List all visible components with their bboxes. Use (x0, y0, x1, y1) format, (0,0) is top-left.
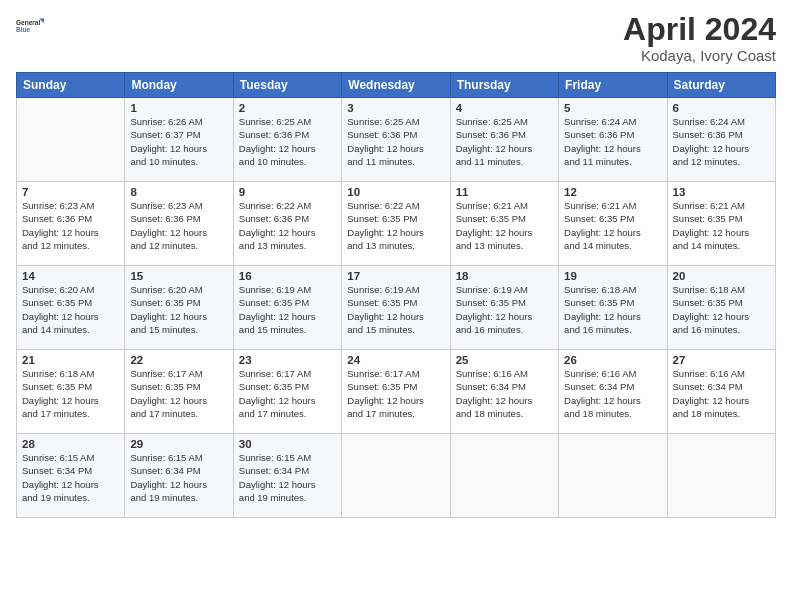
day-info: Sunrise: 6:19 AMSunset: 6:35 PMDaylight:… (347, 283, 444, 336)
day-cell: 19Sunrise: 6:18 AMSunset: 6:35 PMDayligh… (559, 266, 667, 350)
day-number: 21 (22, 354, 119, 366)
week-row-4: 21Sunrise: 6:18 AMSunset: 6:35 PMDayligh… (17, 350, 776, 434)
day-number: 3 (347, 102, 444, 114)
day-info: Sunrise: 6:19 AMSunset: 6:35 PMDaylight:… (239, 283, 336, 336)
day-number: 11 (456, 186, 553, 198)
header-row: Sunday Monday Tuesday Wednesday Thursday… (17, 73, 776, 98)
day-cell: 23Sunrise: 6:17 AMSunset: 6:35 PMDayligh… (233, 350, 341, 434)
svg-text:General: General (16, 19, 40, 26)
day-cell: 18Sunrise: 6:19 AMSunset: 6:35 PMDayligh… (450, 266, 558, 350)
day-cell (17, 98, 125, 182)
day-number: 12 (564, 186, 661, 198)
day-cell: 25Sunrise: 6:16 AMSunset: 6:34 PMDayligh… (450, 350, 558, 434)
day-cell: 5Sunrise: 6:24 AMSunset: 6:36 PMDaylight… (559, 98, 667, 182)
day-cell: 16Sunrise: 6:19 AMSunset: 6:35 PMDayligh… (233, 266, 341, 350)
main-title: April 2024 (623, 12, 776, 47)
day-cell: 7Sunrise: 6:23 AMSunset: 6:36 PMDaylight… (17, 182, 125, 266)
day-info: Sunrise: 6:18 AMSunset: 6:35 PMDaylight:… (673, 283, 770, 336)
day-info: Sunrise: 6:23 AMSunset: 6:36 PMDaylight:… (22, 199, 119, 252)
day-info: Sunrise: 6:26 AMSunset: 6:37 PMDaylight:… (130, 115, 227, 168)
day-cell: 28Sunrise: 6:15 AMSunset: 6:34 PMDayligh… (17, 434, 125, 518)
day-number: 6 (673, 102, 770, 114)
day-info: Sunrise: 6:24 AMSunset: 6:36 PMDaylight:… (564, 115, 661, 168)
day-cell (667, 434, 775, 518)
day-info: Sunrise: 6:16 AMSunset: 6:34 PMDaylight:… (564, 367, 661, 420)
title-block: April 2024 Kodaya, Ivory Coast (623, 12, 776, 64)
day-number: 19 (564, 270, 661, 282)
week-row-2: 7Sunrise: 6:23 AMSunset: 6:36 PMDaylight… (17, 182, 776, 266)
day-number: 25 (456, 354, 553, 366)
header: GeneralBlue April 2024 Kodaya, Ivory Coa… (16, 12, 776, 64)
day-cell: 26Sunrise: 6:16 AMSunset: 6:34 PMDayligh… (559, 350, 667, 434)
day-number: 27 (673, 354, 770, 366)
day-cell: 27Sunrise: 6:16 AMSunset: 6:34 PMDayligh… (667, 350, 775, 434)
day-number: 7 (22, 186, 119, 198)
logo: GeneralBlue (16, 12, 44, 40)
day-info: Sunrise: 6:18 AMSunset: 6:35 PMDaylight:… (564, 283, 661, 336)
day-info: Sunrise: 6:21 AMSunset: 6:35 PMDaylight:… (456, 199, 553, 252)
day-cell: 3Sunrise: 6:25 AMSunset: 6:36 PMDaylight… (342, 98, 450, 182)
day-cell: 2Sunrise: 6:25 AMSunset: 6:36 PMDaylight… (233, 98, 341, 182)
day-info: Sunrise: 6:19 AMSunset: 6:35 PMDaylight:… (456, 283, 553, 336)
day-info: Sunrise: 6:15 AMSunset: 6:34 PMDaylight:… (239, 451, 336, 504)
day-cell: 12Sunrise: 6:21 AMSunset: 6:35 PMDayligh… (559, 182, 667, 266)
col-wednesday: Wednesday (342, 73, 450, 98)
week-row-3: 14Sunrise: 6:20 AMSunset: 6:35 PMDayligh… (17, 266, 776, 350)
day-number: 14 (22, 270, 119, 282)
day-info: Sunrise: 6:17 AMSunset: 6:35 PMDaylight:… (347, 367, 444, 420)
page: GeneralBlue April 2024 Kodaya, Ivory Coa… (0, 0, 792, 612)
day-cell: 8Sunrise: 6:23 AMSunset: 6:36 PMDaylight… (125, 182, 233, 266)
col-friday: Friday (559, 73, 667, 98)
day-info: Sunrise: 6:25 AMSunset: 6:36 PMDaylight:… (239, 115, 336, 168)
day-number: 5 (564, 102, 661, 114)
col-monday: Monday (125, 73, 233, 98)
day-number: 23 (239, 354, 336, 366)
day-number: 8 (130, 186, 227, 198)
day-cell: 24Sunrise: 6:17 AMSunset: 6:35 PMDayligh… (342, 350, 450, 434)
day-info: Sunrise: 6:23 AMSunset: 6:36 PMDaylight:… (130, 199, 227, 252)
day-cell: 13Sunrise: 6:21 AMSunset: 6:35 PMDayligh… (667, 182, 775, 266)
day-cell: 20Sunrise: 6:18 AMSunset: 6:35 PMDayligh… (667, 266, 775, 350)
day-cell: 15Sunrise: 6:20 AMSunset: 6:35 PMDayligh… (125, 266, 233, 350)
day-cell: 29Sunrise: 6:15 AMSunset: 6:34 PMDayligh… (125, 434, 233, 518)
day-info: Sunrise: 6:15 AMSunset: 6:34 PMDaylight:… (130, 451, 227, 504)
day-number: 16 (239, 270, 336, 282)
day-number: 4 (456, 102, 553, 114)
day-info: Sunrise: 6:17 AMSunset: 6:35 PMDaylight:… (130, 367, 227, 420)
day-info: Sunrise: 6:21 AMSunset: 6:35 PMDaylight:… (673, 199, 770, 252)
day-info: Sunrise: 6:21 AMSunset: 6:35 PMDaylight:… (564, 199, 661, 252)
day-info: Sunrise: 6:22 AMSunset: 6:35 PMDaylight:… (347, 199, 444, 252)
week-row-1: 1Sunrise: 6:26 AMSunset: 6:37 PMDaylight… (17, 98, 776, 182)
day-cell: 9Sunrise: 6:22 AMSunset: 6:36 PMDaylight… (233, 182, 341, 266)
day-info: Sunrise: 6:25 AMSunset: 6:36 PMDaylight:… (347, 115, 444, 168)
day-cell: 21Sunrise: 6:18 AMSunset: 6:35 PMDayligh… (17, 350, 125, 434)
day-number: 22 (130, 354, 227, 366)
day-cell: 10Sunrise: 6:22 AMSunset: 6:35 PMDayligh… (342, 182, 450, 266)
day-cell (559, 434, 667, 518)
day-info: Sunrise: 6:24 AMSunset: 6:36 PMDaylight:… (673, 115, 770, 168)
col-sunday: Sunday (17, 73, 125, 98)
week-row-5: 28Sunrise: 6:15 AMSunset: 6:34 PMDayligh… (17, 434, 776, 518)
day-number: 24 (347, 354, 444, 366)
day-cell: 30Sunrise: 6:15 AMSunset: 6:34 PMDayligh… (233, 434, 341, 518)
day-number: 10 (347, 186, 444, 198)
day-info: Sunrise: 6:16 AMSunset: 6:34 PMDaylight:… (673, 367, 770, 420)
day-cell: 22Sunrise: 6:17 AMSunset: 6:35 PMDayligh… (125, 350, 233, 434)
day-number: 15 (130, 270, 227, 282)
day-number: 9 (239, 186, 336, 198)
calendar-table: Sunday Monday Tuesday Wednesday Thursday… (16, 72, 776, 518)
day-cell: 4Sunrise: 6:25 AMSunset: 6:36 PMDaylight… (450, 98, 558, 182)
day-number: 13 (673, 186, 770, 198)
day-number: 17 (347, 270, 444, 282)
subtitle: Kodaya, Ivory Coast (623, 47, 776, 64)
day-info: Sunrise: 6:15 AMSunset: 6:34 PMDaylight:… (22, 451, 119, 504)
day-number: 26 (564, 354, 661, 366)
day-info: Sunrise: 6:20 AMSunset: 6:35 PMDaylight:… (130, 283, 227, 336)
col-saturday: Saturday (667, 73, 775, 98)
day-info: Sunrise: 6:25 AMSunset: 6:36 PMDaylight:… (456, 115, 553, 168)
day-cell: 14Sunrise: 6:20 AMSunset: 6:35 PMDayligh… (17, 266, 125, 350)
day-info: Sunrise: 6:16 AMSunset: 6:34 PMDaylight:… (456, 367, 553, 420)
day-cell: 6Sunrise: 6:24 AMSunset: 6:36 PMDaylight… (667, 98, 775, 182)
day-cell: 1Sunrise: 6:26 AMSunset: 6:37 PMDaylight… (125, 98, 233, 182)
day-cell: 11Sunrise: 6:21 AMSunset: 6:35 PMDayligh… (450, 182, 558, 266)
